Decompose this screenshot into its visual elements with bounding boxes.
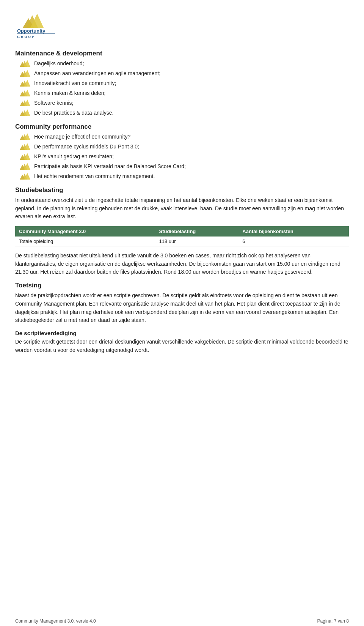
bullet-text: Hoe manage je effectief een community? — [34, 133, 349, 141]
bullet-text: Aanpassen aan veranderingen en agile man… — [34, 69, 349, 77]
toetsing-section: Toetsing Naast de praktijkopdrachten wor… — [15, 282, 349, 325]
studiebelasting-heading: Studiebelasting — [15, 186, 349, 194]
svg-text:GROUP: GROUP — [17, 35, 35, 39]
scriptieverdediging-heading: De scriptieverdediging — [15, 330, 349, 336]
table-cell: 118 uur — [155, 237, 238, 246]
bullet-text: Innovatiekracht van de community; — [34, 79, 349, 87]
toetsing-body: Naast de praktijkopdrachten wordt er een… — [15, 292, 349, 325]
bullet-text: De performance cyclus middels Du Pont 3.… — [34, 143, 349, 151]
scriptieverdediging-body: De scriptie wordt getoetst door een drie… — [15, 338, 349, 354]
bullet-text: Participatie als basis KPI vertaald naar… — [34, 162, 349, 170]
list-item: Hoe manage je effectief een community? — [15, 133, 349, 142]
bullet-icon — [19, 153, 33, 161]
table-cell: 6 — [238, 237, 349, 246]
bullet-icon — [19, 109, 33, 118]
table-header-2: Studiebelasting — [155, 226, 238, 237]
toetsing-heading: Toetsing — [15, 282, 349, 289]
footer-left: Community Management 3.0, versie 4.0 — [15, 618, 96, 624]
svg-text:Opportunity: Opportunity — [17, 28, 46, 34]
bullet-icon — [19, 133, 33, 142]
logo-container: Opportunity GROUP — [15, 7, 76, 42]
community-performance-heading: Community performance — [15, 123, 349, 131]
list-item: Innovatiekracht van de community; — [15, 79, 349, 88]
main-content: Maintenance & development Dagelijks onde… — [15, 46, 349, 354]
bullet-text: Dagelijks onderhoud; — [34, 60, 349, 68]
list-item: Kennis maken & kennis delen; — [15, 89, 349, 98]
bullet-text: Kennis maken & kennis delen; — [34, 89, 349, 97]
list-item: Participatie als basis KPI vertaald naar… — [15, 162, 349, 171]
bullet-icon — [19, 80, 33, 88]
logo-image: Opportunity GROUP — [15, 7, 68, 41]
scriptieverdediging-section: De scriptieverdediging De scriptie wordt… — [15, 330, 349, 354]
list-item: KPI’s vanuit gedrag en resultaten; — [15, 153, 349, 161]
studiebelasting-section: Studiebelasting In onderstaand overzicht… — [15, 186, 349, 276]
bullet-icon — [19, 60, 33, 68]
header: Opportunity GROUP — [15, 0, 349, 46]
list-item: De best practices & data-analyse. — [15, 109, 349, 118]
bullet-text: KPI’s vanuit gedrag en resultaten; — [34, 153, 349, 161]
bullet-icon — [19, 163, 33, 171]
maintenance-section: Maintenance & development Dagelijks onde… — [15, 50, 349, 118]
bullet-icon — [19, 70, 33, 78]
bullet-text: Software kennis; — [34, 99, 349, 107]
table-header-1: Community Management 3.0 — [15, 226, 155, 237]
studiebelasting-intro: In onderstaand overzicht ziet u de inges… — [15, 196, 349, 221]
list-item: Software kennis; — [15, 99, 349, 108]
list-item: Het echte rendement van community manage… — [15, 172, 349, 181]
community-performance-section: Community performance Hoe manage je effe… — [15, 123, 349, 181]
footer: Community Management 3.0, versie 4.0 Pag… — [0, 616, 364, 626]
maintenance-heading: Maintenance & development — [15, 50, 349, 57]
studiebelasting-body: De studiebelasting bestaat niet uitsluit… — [15, 252, 349, 276]
community-performance-list: Hoe manage je effectief een community? D… — [15, 133, 349, 181]
list-item: De performance cyclus middels Du Pont 3.… — [15, 143, 349, 151]
table-cell: Totale opleiding — [15, 237, 155, 246]
bullet-icon — [19, 143, 33, 151]
bullet-icon — [19, 173, 33, 181]
bullet-text: Het echte rendement van community manage… — [34, 172, 349, 180]
maintenance-list: Dagelijks onderhoud; Aanpassen aan veran… — [15, 60, 349, 118]
bullet-text: De best practices & data-analyse. — [34, 109, 349, 117]
study-table: Community Management 3.0 Studiebelasting… — [15, 226, 349, 246]
bullet-icon — [19, 99, 33, 108]
bullet-icon — [19, 90, 33, 98]
footer-right: Pagina: 7 van 8 — [317, 618, 349, 624]
table-header-3: Aantal bijeenkomsten — [238, 226, 349, 237]
list-item: Dagelijks onderhoud; — [15, 60, 349, 68]
list-item: Aanpassen aan veranderingen en agile man… — [15, 69, 349, 78]
table-row: Totale opleiding118 uur6 — [15, 237, 349, 246]
